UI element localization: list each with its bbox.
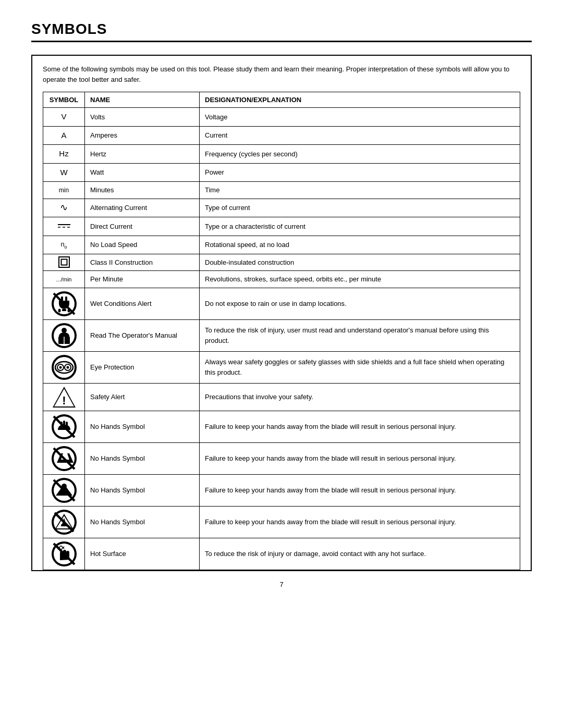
name-cell: No Hands Symbol — [85, 506, 200, 538]
v-symbol: V — [61, 112, 66, 121]
name-cell: No Hands Symbol — [85, 442, 200, 474]
explanation-cell: Frequency (cycles per second) — [200, 145, 520, 164]
table-row: Direct Current Type or a characteristic … — [43, 217, 520, 236]
no-hands-icon-3 — [45, 477, 82, 504]
name-cell: Per Minute — [85, 271, 200, 288]
content-box: Some of the following symbols may be use… — [31, 55, 532, 571]
table-row: Eye Protection Always wear safety goggle… — [43, 351, 520, 383]
table-header-row: SYMBOL NAME DESIGNATION/EXPLANATION — [43, 92, 520, 108]
table-row: No Hands Symbol Failure to keep your han… — [43, 506, 520, 538]
symbol-cell — [43, 411, 85, 442]
symbol-cell — [43, 351, 85, 383]
name-cell: Read The Operator's Manual — [85, 319, 200, 351]
col-explanation: DESIGNATION/EXPLANATION — [200, 92, 520, 108]
table-row: Hot Surface To reduce the risk of injury… — [43, 538, 520, 570]
eye-protection-icon — [45, 354, 82, 381]
name-cell: Hot Surface — [85, 538, 200, 570]
wet-conditions-icon — [45, 290, 82, 317]
table-row: Hz Hertz Frequency (cycles per second) — [43, 145, 520, 164]
explanation-cell: Double-insulated construction — [200, 254, 520, 271]
explanation-cell: Always wear safety goggles or safety gla… — [200, 351, 520, 383]
explanation-cell: To reduce the risk of injury or damage, … — [200, 538, 520, 570]
explanation-cell: Do not expose to rain or use in damp loc… — [200, 288, 520, 319]
table-row: No Hands Symbol Failure to keep your han… — [43, 411, 520, 442]
page-title: SYMBOLS — [31, 21, 532, 38]
name-cell: Alternating Current — [85, 199, 200, 217]
table-row: Wet Conditions Alert Do not expose to ra… — [43, 288, 520, 319]
explanation-cell: Rotational speed, at no load — [200, 236, 520, 254]
symbol-cell — [43, 319, 85, 351]
symbol-cell: ! — [43, 383, 85, 411]
explanation-cell: Revolutions, strokes, surface speed, orb… — [200, 271, 520, 288]
col-symbol: SYMBOL — [43, 92, 85, 108]
svg-rect-8 — [62, 309, 66, 311]
table-row: No Hands Symbol Failure to keep your han… — [43, 442, 520, 474]
table-row: Read The Operator's Manual To reduce the… — [43, 319, 520, 351]
svg-point-22 — [59, 366, 62, 368]
symbols-table: SYMBOL NAME DESIGNATION/EXPLANATION V Vo… — [43, 92, 520, 570]
explanation-cell: Failure to keep your hands away from the… — [200, 474, 520, 506]
no-hands-icon-1 — [45, 413, 82, 440]
table-row: V Volts Voltage — [43, 108, 520, 127]
explanation-cell: Type or a characteristic of current — [200, 217, 520, 236]
name-cell: Minutes — [85, 182, 200, 199]
symbol-cell: W — [43, 163, 85, 182]
intro-text: Some of the following symbols may be use… — [43, 64, 520, 84]
explanation-cell: Current — [200, 126, 520, 145]
safety-alert-icon: ! — [45, 386, 82, 409]
name-cell: Eye Protection — [85, 351, 200, 383]
table-row: ! Safety Alert Precautions that involve … — [43, 383, 520, 411]
svg-point-14 — [62, 328, 67, 333]
svg-rect-7 — [65, 297, 67, 301]
no-hands-icon-2 — [45, 445, 82, 472]
symbol-cell — [43, 474, 85, 506]
name-cell: Safety Alert — [85, 383, 200, 411]
dc-icon — [57, 223, 71, 230]
name-cell: Direct Current — [85, 217, 200, 236]
explanation-cell: Precautions that involve your safety. — [200, 383, 520, 411]
no-hands-icon-4 — [45, 509, 82, 536]
table-row: min Minutes Time — [43, 182, 520, 199]
explanation-cell: Failure to keep your hands away from the… — [200, 442, 520, 474]
page-number: 7 — [31, 581, 532, 588]
svg-rect-32 — [66, 422, 68, 427]
table-row: A Amperes Current — [43, 126, 520, 145]
ac-icon: ∿ — [60, 202, 68, 213]
dc-symbol-svg — [57, 223, 71, 230]
explanation-cell: Power — [200, 163, 520, 182]
table-row: ∿ Alternating Current Type of current — [43, 199, 520, 217]
symbol-cell — [43, 506, 85, 538]
symbol-cell: V — [43, 108, 85, 127]
symbol-cell — [43, 538, 85, 570]
name-cell: Wet Conditions Alert — [85, 288, 200, 319]
table-row: .../min Per Minute Revolutions, strokes,… — [43, 271, 520, 288]
table-row: W Watt Power — [43, 163, 520, 182]
name-cell: Volts — [85, 108, 200, 127]
name-cell: No Load Speed — [85, 236, 200, 254]
name-cell: Class II Construction — [85, 254, 200, 271]
name-cell: No Hands Symbol — [85, 411, 200, 442]
name-cell: Hertz — [85, 145, 200, 164]
symbol-cell — [43, 442, 85, 474]
symbol-cell: no — [43, 236, 85, 254]
svg-text:!: ! — [62, 394, 66, 407]
name-cell: Watt — [85, 163, 200, 182]
symbol-cell: min — [43, 182, 85, 199]
explanation-cell: To reduce the risk of injury, user must … — [200, 319, 520, 351]
symbol-cell — [43, 288, 85, 319]
symbol-cell: ∿ — [43, 199, 85, 217]
hot-surface-icon — [45, 540, 82, 567]
explanation-cell: Type of current — [200, 199, 520, 217]
table-row: no No Load Speed Rotational speed, at no… — [43, 236, 520, 254]
read-manual-icon — [45, 322, 82, 349]
symbol-cell: .../min — [43, 271, 85, 288]
symbol-cell — [43, 254, 85, 271]
explanation-cell: Time — [200, 182, 520, 199]
symbol-cell: A — [43, 126, 85, 145]
col-name: NAME — [85, 92, 200, 108]
symbol-cell: Hz — [43, 145, 85, 164]
explanation-cell: Failure to keep your hands away from the… — [200, 506, 520, 538]
name-cell: No Hands Symbol — [85, 474, 200, 506]
explanation-cell: Voltage — [200, 108, 520, 127]
table-row: No Hands Symbol Failure to keep your han… — [43, 474, 520, 506]
